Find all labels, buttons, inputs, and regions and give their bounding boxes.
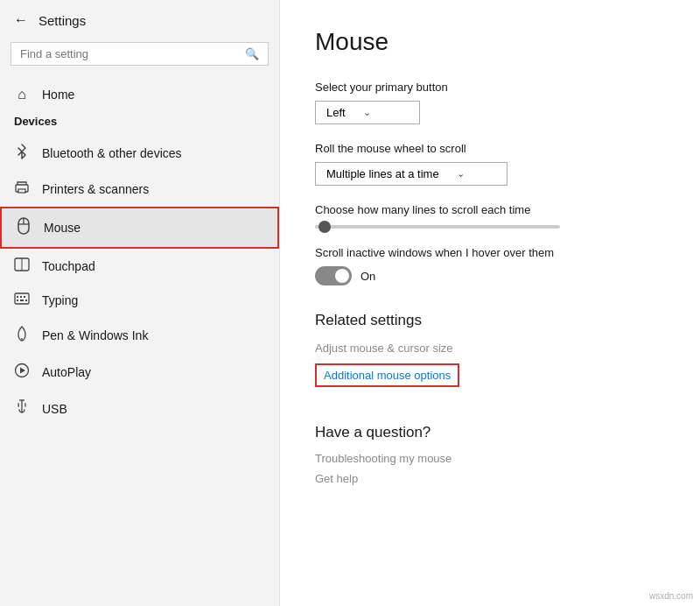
- sidebar-item-printers[interactable]: Printers & scanners: [0, 172, 279, 207]
- troubleshoot-link[interactable]: Troubleshooting my mouse: [315, 452, 665, 465]
- sidebar-item-typing[interactable]: Typing: [0, 284, 279, 317]
- svg-rect-12: [20, 299, 24, 301]
- bluetooth-icon: [14, 144, 30, 163]
- sidebar-item-touchpad[interactable]: Touchpad: [0, 249, 279, 284]
- toggle-on-label: On: [360, 270, 375, 283]
- search-input[interactable]: [20, 47, 240, 60]
- sidebar: ← Settings 🔍 ⌂ Home Devices Bluetooth & …: [0, 0, 280, 606]
- home-label: Home: [42, 88, 74, 102]
- typing-icon: [14, 292, 30, 308]
- sidebar-item-mouse[interactable]: Mouse: [0, 207, 279, 249]
- touchpad-icon: [14, 257, 30, 275]
- autoplay-icon: [14, 363, 30, 382]
- related-settings-section: Related settings Adjust mouse & cursor s…: [315, 312, 665, 396]
- toggle-row: On: [315, 266, 665, 285]
- usb-label: USB: [42, 402, 67, 416]
- svg-rect-13: [25, 299, 27, 301]
- home-icon: ⌂: [14, 87, 30, 102]
- sidebar-title: Settings: [38, 13, 86, 28]
- search-box[interactable]: 🔍: [10, 42, 269, 66]
- toggle-knob: [335, 269, 349, 283]
- slider-track: [315, 225, 560, 229]
- primary-button-label: Select your primary button: [315, 81, 665, 94]
- sidebar-item-autoplay[interactable]: AutoPlay: [0, 354, 279, 391]
- svg-rect-11: [17, 299, 18, 301]
- mouse-label: Mouse: [44, 221, 80, 235]
- sidebar-header: ← Settings: [0, 0, 279, 37]
- lines-label: Choose how many lines to scroll each tim…: [315, 203, 665, 216]
- question-title: Have a question?: [315, 424, 665, 441]
- autoplay-label: AutoPlay: [42, 365, 91, 379]
- sidebar-item-home[interactable]: ⌂ Home: [0, 78, 279, 111]
- scroll-section: Roll the mouse wheel to scroll Multiple …: [315, 142, 665, 186]
- lines-section: Choose how many lines to scroll each tim…: [315, 203, 665, 229]
- typing-label: Typing: [42, 293, 78, 307]
- chevron-down-icon-2: ⌄: [457, 168, 465, 180]
- get-help-link[interactable]: Get help: [315, 472, 665, 485]
- scroll-dropdown[interactable]: Multiple lines at a time ⌄: [315, 162, 508, 186]
- primary-button-value: Left: [326, 106, 346, 119]
- back-icon[interactable]: ←: [14, 12, 28, 28]
- inactive-scroll-toggle[interactable]: [315, 266, 352, 285]
- related-settings-title: Related settings: [315, 312, 665, 329]
- usb-icon: [14, 399, 30, 419]
- printers-label: Printers & scanners: [42, 182, 149, 196]
- scroll-label: Roll the mouse wheel to scroll: [315, 142, 665, 155]
- scroll-slider[interactable]: [315, 225, 665, 229]
- svg-rect-1: [18, 189, 25, 193]
- svg-rect-8: [17, 296, 18, 298]
- adjust-link: Adjust mouse & cursor size: [315, 342, 665, 355]
- slider-thumb: [318, 221, 331, 233]
- sidebar-item-bluetooth[interactable]: Bluetooth & other devices: [0, 135, 279, 172]
- pen-icon: [14, 326, 30, 345]
- pen-label: Pen & Windows Ink: [42, 328, 148, 342]
- bluetooth-label: Bluetooth & other devices: [42, 146, 182, 160]
- svg-rect-10: [24, 296, 25, 298]
- mouse-icon: [16, 217, 32, 238]
- primary-button-dropdown[interactable]: Left ⌄: [315, 101, 420, 124]
- main-content: Mouse Select your primary button Left ⌄ …: [280, 0, 700, 606]
- search-icon: 🔍: [245, 47, 259, 60]
- inactive-scroll-label: Scroll inactive windows when I hover ove…: [315, 246, 665, 259]
- scroll-value: Multiple lines at a time: [326, 167, 439, 180]
- additional-mouse-options-link[interactable]: Additional mouse options: [315, 363, 459, 387]
- primary-button-section: Select your primary button Left ⌄: [315, 81, 665, 124]
- watermark: wsxdn.com: [649, 591, 693, 601]
- touchpad-label: Touchpad: [42, 259, 95, 273]
- inactive-scroll-section: Scroll inactive windows when I hover ove…: [315, 246, 665, 285]
- sidebar-item-pen[interactable]: Pen & Windows Ink: [0, 317, 279, 354]
- svg-rect-7: [15, 293, 29, 304]
- sidebar-item-usb[interactable]: USB: [0, 391, 279, 427]
- page-title: Mouse: [315, 28, 665, 56]
- devices-label: Devices: [0, 111, 279, 135]
- svg-rect-9: [20, 296, 22, 298]
- question-section: Have a question? Troubleshooting my mous…: [315, 424, 665, 485]
- printer-icon: [14, 180, 30, 198]
- svg-marker-16: [20, 368, 25, 374]
- chevron-down-icon: ⌄: [363, 107, 371, 118]
